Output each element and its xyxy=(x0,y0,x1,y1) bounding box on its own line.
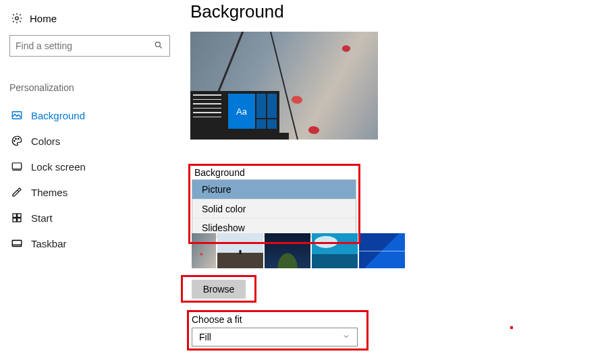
gear-icon xyxy=(11,12,23,24)
sidebar-item-label: Start xyxy=(31,212,53,224)
page-title: Background xyxy=(190,1,378,22)
sidebar-item-label: Themes xyxy=(31,187,67,198)
sidebar-section-label: Personalization xyxy=(9,82,171,93)
sidebar-item-themes[interactable]: Themes xyxy=(9,179,171,205)
svg-point-4 xyxy=(16,138,17,140)
home-label: Home xyxy=(30,13,57,24)
browse-button[interactable]: Browse xyxy=(192,280,246,299)
svg-point-0 xyxy=(16,17,19,20)
start-icon xyxy=(11,212,23,224)
dropdown-option-solid[interactable]: Solid color xyxy=(192,199,356,218)
themes-icon xyxy=(11,186,23,198)
sidebar-nav: Background Colors Lock screen xyxy=(9,102,171,256)
annotation-dot xyxy=(510,326,513,329)
background-thumbnail[interactable] xyxy=(312,233,358,268)
background-thumbnail[interactable] xyxy=(359,233,405,268)
svg-rect-10 xyxy=(18,218,21,222)
sidebar-item-lockscreen[interactable]: Lock screen xyxy=(9,154,171,179)
home-nav[interactable]: Home xyxy=(9,8,171,28)
sidebar-item-label: Colors xyxy=(31,135,60,147)
desktop-preview: Aa xyxy=(190,32,378,140)
svg-point-3 xyxy=(14,140,16,142)
svg-rect-11 xyxy=(12,241,22,247)
background-thumbnail[interactable] xyxy=(265,233,310,268)
svg-rect-7 xyxy=(13,214,16,217)
sidebar-item-label: Lock screen xyxy=(31,161,86,173)
settings-search[interactable] xyxy=(9,35,170,57)
preview-tile: Aa xyxy=(228,94,255,129)
dropdown-option-picture[interactable]: Picture xyxy=(192,180,356,199)
fit-value: Fill xyxy=(199,332,211,342)
sidebar-item-label: Background xyxy=(31,110,85,121)
svg-rect-8 xyxy=(18,214,21,217)
picture-icon xyxy=(11,109,23,121)
lockscreen-icon xyxy=(11,160,23,173)
recent-images-row xyxy=(192,233,405,268)
sidebar-item-start[interactable]: Start xyxy=(9,205,171,231)
palette-icon xyxy=(11,135,23,147)
settings-sidebar: Home Personalization Background xyxy=(9,8,171,256)
sidebar-item-label: Taskbar xyxy=(31,238,67,249)
chevron-down-icon xyxy=(342,332,350,342)
sidebar-item-colors[interactable]: Colors xyxy=(9,128,171,154)
preview-start-menu: Aa xyxy=(190,87,289,140)
main-content: Background Aa xyxy=(190,1,378,140)
background-type-dropdown[interactable]: Picture Solid color Slideshow xyxy=(192,179,356,237)
svg-point-1 xyxy=(155,42,160,47)
search-icon xyxy=(153,40,164,52)
svg-point-5 xyxy=(18,138,20,140)
sidebar-item-taskbar[interactable]: Taskbar xyxy=(9,231,171,256)
svg-rect-9 xyxy=(13,218,16,222)
fit-label: Choose a fit xyxy=(192,314,242,325)
fit-dropdown[interactable]: Fill xyxy=(192,328,358,346)
background-thumbnail[interactable] xyxy=(217,233,263,268)
search-input[interactable] xyxy=(16,40,153,51)
sidebar-item-background[interactable]: Background xyxy=(9,102,171,128)
taskbar-icon xyxy=(11,237,23,249)
background-type-section: Background Picture Solid color Slideshow xyxy=(192,167,356,237)
svg-rect-6 xyxy=(12,163,22,169)
background-type-label: Background xyxy=(192,167,356,178)
background-thumbnail[interactable] xyxy=(192,233,216,268)
